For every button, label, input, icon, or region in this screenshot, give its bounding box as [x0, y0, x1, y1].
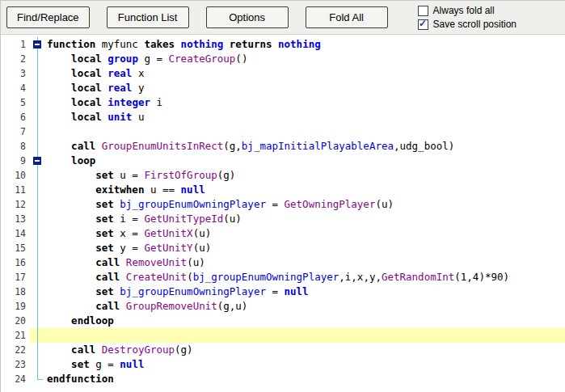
line-number: 7: [1, 124, 30, 139]
fold-margin: [30, 81, 47, 95]
code-text: set g = null: [47, 357, 565, 372]
line-number: 21: [1, 328, 30, 343]
fold-margin: [30, 168, 47, 183]
fold-margin: [30, 66, 47, 81]
collapse-minus-icon[interactable]: [33, 40, 41, 48]
fold-margin: [30, 270, 47, 285]
toolbar: Find/Replace Function List Options Fold …: [1, 1, 565, 35]
function-list-button[interactable]: Function List: [107, 6, 189, 28]
code-line[interactable]: 13 set i = GetUnitTypeId(u): [1, 212, 565, 226]
code-text: set bj_groupEnumOwningPlayer = null: [47, 285, 565, 299]
code-text: local unit u: [47, 110, 565, 124]
code-line[interactable]: 1function myfunc takes nothing returns n…: [1, 37, 565, 52]
checkbox-box-icon[interactable]: [418, 6, 428, 16]
script-editor-window: Find/Replace Function List Options Fold …: [0, 0, 565, 392]
checkbox-label: Always fold all: [433, 5, 495, 16]
code-text: call GroupEnumUnitsInRect(g,bj_mapInitia…: [47, 139, 565, 154]
code-text: call GroupRemoveUnit(g,u): [47, 299, 565, 314]
code-line[interactable]: 4 local real y: [1, 81, 565, 95]
fold-margin: [30, 139, 47, 154]
fold-margin: [30, 314, 47, 328]
line-number: 8: [1, 139, 30, 154]
code-line[interactable]: 22 call DestroyGroup(g): [1, 343, 565, 357]
fold-all-button[interactable]: Fold All: [306, 6, 388, 28]
code-line[interactable]: 3 local real x: [1, 66, 565, 81]
code-text: set x = GetUnitX(u): [47, 226, 565, 241]
line-number: 15: [1, 241, 30, 255]
line-number: 14: [1, 226, 30, 241]
code-line[interactable]: 8 call GroupEnumUnitsInRect(g,bj_mapInit…: [1, 139, 565, 154]
save-scroll-position-checkbox[interactable]: Save scroll position: [418, 19, 517, 30]
line-number: 13: [1, 212, 30, 226]
line-number: 10: [1, 168, 30, 183]
code-line[interactable]: 16 call RemoveUnit(u): [1, 255, 565, 270]
code-text: set y = GetUnitY(u): [47, 241, 565, 255]
code-text: [47, 328, 565, 343]
code-text: call CreateUnit(bj_groupEnumOwningPlayer…: [47, 270, 565, 285]
code-lines: 1function myfunc takes nothing returns n…: [1, 37, 565, 386]
code-text: local group g = CreateGroup(): [47, 52, 565, 66]
fold-margin: [30, 183, 47, 197]
code-line[interactable]: 14 set x = GetUnitX(u): [1, 226, 565, 241]
fold-margin: [30, 52, 47, 66]
code-line[interactable]: 24endfunction: [1, 372, 565, 386]
code-line[interactable]: 21: [1, 328, 565, 343]
code-text: local integer i: [47, 95, 565, 110]
line-number: 20: [1, 314, 30, 328]
fold-margin: [30, 241, 47, 255]
code-line[interactable]: 10 set u = FirstOfGroup(g): [1, 168, 565, 183]
code-line[interactable]: 19 call GroupRemoveUnit(g,u): [1, 299, 565, 314]
line-number: 12: [1, 197, 30, 212]
options-button[interactable]: Options: [206, 6, 289, 28]
checkbox-label: Save scroll position: [433, 19, 517, 30]
fold-margin: [30, 124, 47, 139]
code-line[interactable]: 6 local unit u: [1, 110, 565, 124]
line-number: 4: [1, 81, 30, 95]
collapse-minus-icon[interactable]: [33, 157, 41, 165]
line-number: 17: [1, 270, 30, 285]
fold-toggle-icon[interactable]: [30, 154, 47, 168]
fold-margin: [30, 95, 47, 110]
line-number: 24: [1, 372, 30, 386]
fold-margin: [30, 212, 47, 226]
fold-margin: [30, 226, 47, 241]
code-line[interactable]: 9 loop: [1, 154, 565, 168]
fold-margin: [30, 285, 47, 299]
fold-margin: [30, 357, 47, 372]
code-line[interactable]: 2 local group g = CreateGroup(): [1, 52, 565, 66]
code-line[interactable]: 5 local integer i: [1, 95, 565, 110]
line-number: 3: [1, 66, 30, 81]
line-number: 1: [1, 37, 30, 52]
code-line[interactable]: 12 set bj_groupEnumOwningPlayer = GetOwn…: [1, 197, 565, 212]
code-text: set u = FirstOfGroup(g): [47, 168, 565, 183]
code-line[interactable]: 20 endloop: [1, 314, 565, 328]
fold-toggle-icon[interactable]: [30, 37, 47, 52]
line-number: 22: [1, 343, 30, 357]
code-text: [47, 124, 565, 139]
fold-margin: [30, 197, 47, 212]
code-line[interactable]: 11 exitwhen u == null: [1, 183, 565, 197]
line-number: 5: [1, 95, 30, 110]
code-line[interactable]: 23 set g = null: [1, 357, 565, 372]
always-fold-all-checkbox[interactable]: Always fold all: [418, 5, 517, 16]
find-replace-button[interactable]: Find/Replace: [6, 6, 90, 28]
line-number: 9: [1, 154, 30, 168]
fold-margin: [30, 343, 47, 357]
code-text: loop: [47, 154, 565, 168]
code-text: endfunction: [47, 372, 565, 386]
code-text: call DestroyGroup(g): [47, 343, 565, 357]
fold-margin: [30, 299, 47, 314]
line-number: 6: [1, 110, 30, 124]
code-text: set i = GetUnitTypeId(u): [47, 212, 565, 226]
code-line[interactable]: 18 set bj_groupEnumOwningPlayer = null: [1, 285, 565, 299]
code-line[interactable]: 17 call CreateUnit(bj_groupEnumOwningPla…: [1, 270, 565, 285]
code-line[interactable]: 7: [1, 124, 565, 139]
code-editor[interactable]: 1function myfunc takes nothing returns n…: [1, 35, 565, 386]
line-number: 19: [1, 299, 30, 314]
line-number: 16: [1, 255, 30, 270]
code-text: local real y: [47, 81, 565, 95]
code-text: set bj_groupEnumOwningPlayer = GetOwning…: [47, 197, 565, 212]
code-line[interactable]: 15 set y = GetUnitY(u): [1, 241, 565, 255]
code-text: exitwhen u == null: [47, 183, 565, 197]
checkbox-box-icon[interactable]: [418, 19, 428, 30]
